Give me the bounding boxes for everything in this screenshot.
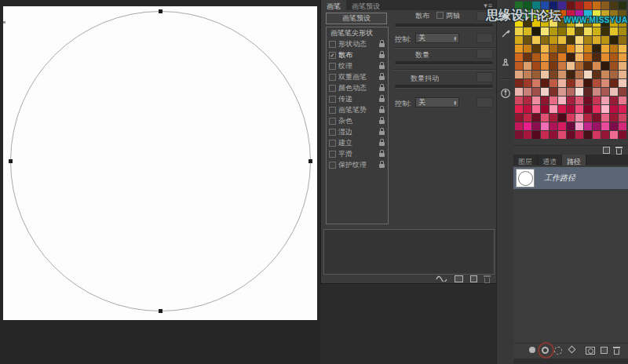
swatch-2-7[interactable] (575, 19, 583, 27)
control-value-field[interactable] (476, 33, 493, 43)
swatch-9-10[interactable] (601, 79, 609, 87)
control2-dropdown[interactable]: 关 ▴▾ (415, 97, 459, 107)
brush-setting-保护纹理[interactable]: 保护纹理 (327, 159, 388, 170)
swatch-13-9[interactable] (593, 114, 601, 122)
swatch-3-10[interactable] (601, 27, 609, 35)
work-path-row[interactable]: 工作路径 (513, 167, 628, 189)
lock-icon[interactable] (379, 54, 385, 58)
swatch-5-0[interactable] (515, 45, 523, 53)
brush-setting-杂色[interactable]: 杂色 (327, 115, 388, 126)
swatch-2-9[interactable] (593, 19, 601, 27)
swatch-5-11[interactable] (610, 45, 618, 53)
swatch-3-12[interactable] (619, 27, 626, 35)
swatch-4-1[interactable] (524, 36, 531, 44)
swatch-10-4[interactable] (550, 88, 557, 96)
checkbox[interactable] (329, 74, 336, 81)
swatch-7-0[interactable] (515, 62, 523, 70)
swatch-0-12[interactable] (619, 2, 626, 9)
swatch-15-12[interactable] (619, 131, 626, 139)
delete-brush-icon[interactable] (484, 278, 490, 283)
swatch-6-2[interactable] (532, 53, 540, 61)
fill-path-icon[interactable] (529, 347, 535, 353)
swatch-7-3[interactable] (541, 62, 549, 70)
new-path-icon[interactable] (601, 347, 608, 354)
swatch-0-10[interactable] (601, 2, 609, 9)
swatch-5-4[interactable] (550, 45, 557, 53)
swatch-6-5[interactable] (558, 53, 566, 61)
brush-panel-icon[interactable] (497, 25, 514, 42)
swatch-6-1[interactable] (524, 53, 531, 61)
swatch-12-1[interactable] (524, 105, 531, 113)
swatch-7-10[interactable] (601, 62, 609, 70)
swatch-8-1[interactable] (524, 71, 531, 78)
swatch-14-8[interactable] (584, 122, 592, 130)
swatch-10-6[interactable] (567, 88, 575, 96)
swatch-7-11[interactable] (610, 62, 618, 70)
swatch-1-4[interactable] (550, 10, 557, 18)
both-axes-checkbox[interactable] (436, 12, 444, 19)
swatch-14-1[interactable] (524, 122, 531, 130)
swatch-2-12[interactable] (619, 19, 626, 27)
tab-画笔预设[interactable]: 画笔预设 (346, 0, 385, 10)
swatch-14-7[interactable] (575, 122, 583, 130)
swatch-5-7[interactable] (575, 45, 583, 53)
swatch-14-12[interactable] (619, 122, 626, 130)
swatch-4-3[interactable] (541, 36, 549, 44)
tab-路径[interactable]: 路径 (562, 155, 586, 166)
swatch-7-9[interactable] (593, 62, 601, 70)
swatch-14-2[interactable] (532, 122, 540, 130)
swatch-12-8[interactable] (584, 105, 592, 113)
lock-icon[interactable] (379, 43, 385, 47)
swatch-9-5[interactable] (558, 79, 566, 87)
swatch-12-4[interactable] (550, 105, 557, 113)
control-dropdown[interactable]: 关 ▴▾ (415, 33, 459, 43)
lock-icon[interactable] (379, 87, 385, 91)
swatch-7-6[interactable] (567, 62, 575, 70)
swatch-15-10[interactable] (601, 131, 609, 139)
swatch-8-8[interactable] (584, 71, 592, 78)
swatch-15-11[interactable] (610, 131, 618, 139)
swatch-2-1[interactable] (524, 19, 531, 27)
swatch-5-2[interactable] (532, 45, 540, 53)
swatch-14-0[interactable] (515, 122, 523, 130)
swatch-11-2[interactable] (532, 96, 540, 104)
swatch-7-4[interactable] (550, 62, 557, 70)
checkbox[interactable] (329, 63, 336, 70)
stroke-path-icon[interactable] (542, 347, 549, 354)
swatch-7-1[interactable] (524, 62, 531, 70)
brush-setting-纹理[interactable]: 纹理 (327, 60, 388, 71)
swatch-5-10[interactable] (601, 45, 609, 53)
swatch-13-6[interactable] (567, 114, 575, 122)
load-selection-icon[interactable] (554, 347, 562, 355)
delete-swatch-icon[interactable] (616, 149, 622, 155)
swatch-8-10[interactable] (601, 71, 609, 78)
swatch-12-12[interactable] (619, 105, 626, 113)
brush-setting-传递[interactable]: 传递 (327, 93, 388, 104)
swatch-12-10[interactable] (601, 105, 609, 113)
swatch-4-6[interactable] (567, 36, 575, 44)
tab-通道[interactable]: 通道 (538, 155, 562, 166)
swatch-6-8[interactable] (584, 53, 592, 61)
swatch-15-0[interactable] (515, 131, 523, 139)
swatch-3-6[interactable] (567, 27, 575, 35)
checkbox[interactable] (329, 162, 336, 169)
brush-setting-颜色动态[interactable]: 颜色动态 (327, 82, 388, 93)
swatch-0-11[interactable] (610, 2, 618, 9)
swatch-12-0[interactable] (515, 105, 523, 113)
swatch-2-4[interactable] (550, 19, 557, 27)
path-anchor-right[interactable] (309, 159, 312, 163)
swatch-8-0[interactable] (515, 71, 523, 78)
swatch-6-4[interactable] (550, 53, 557, 61)
brush-presets-button[interactable]: 画笔预设 (326, 13, 387, 24)
swatch-4-12[interactable] (619, 36, 626, 44)
tab-图层[interactable]: 图层 (513, 155, 538, 166)
brush-setting-散布[interactable]: ✓散布 (327, 49, 388, 60)
swatch-3-11[interactable] (610, 27, 618, 35)
swatch-15-4[interactable] (550, 131, 557, 139)
swatch-5-1[interactable] (524, 45, 531, 53)
swatch-0-4[interactable] (550, 2, 557, 9)
swatch-6-11[interactable] (610, 53, 618, 61)
swatch-13-11[interactable] (610, 114, 618, 122)
swatch-0-9[interactable] (593, 2, 601, 9)
lock-icon[interactable] (379, 153, 385, 157)
